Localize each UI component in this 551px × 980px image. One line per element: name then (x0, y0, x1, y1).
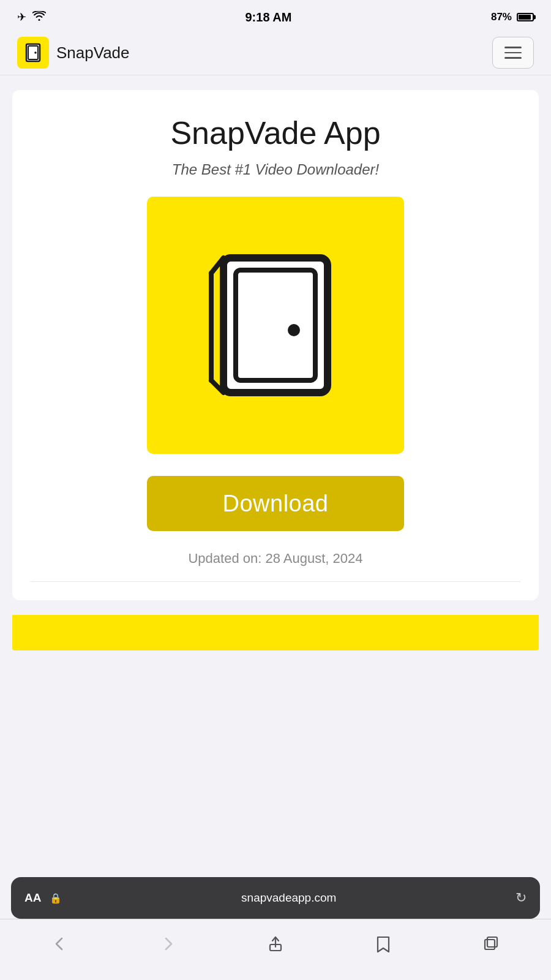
content-divider (31, 581, 520, 582)
share-button[interactable] (257, 929, 294, 959)
url-bar[interactable]: AA 🔒 snapvadeapp.com ↻ (11, 877, 540, 919)
main-content-card: SnapVade App The Best #1 Video Downloade… (12, 90, 539, 600)
status-right: 87% (491, 11, 534, 23)
svg-rect-11 (485, 940, 495, 949)
status-time: 9:18 AM (246, 10, 292, 24)
text-size-button[interactable]: AA (24, 891, 41, 905)
forward-button[interactable] (149, 929, 186, 959)
svg-rect-4 (236, 270, 315, 380)
wifi-icon (32, 11, 46, 24)
logo-container: SnapVade (17, 37, 130, 69)
bottom-nav (0, 919, 551, 980)
app-title: SnapVade App (170, 115, 380, 151)
battery-icon (517, 13, 534, 21)
status-left: ✈ (17, 10, 46, 24)
logo-text: SnapVade (56, 43, 130, 62)
svg-point-2 (34, 51, 37, 54)
app-icon-large (147, 197, 404, 454)
airplane-icon: ✈ (17, 10, 26, 24)
lock-icon: 🔒 (50, 892, 62, 904)
app-subtitle: The Best #1 Video Downloader! (172, 161, 379, 178)
browser-bar: AA 🔒 snapvadeapp.com ↻ (0, 877, 551, 919)
menu-button[interactable] (492, 37, 534, 69)
battery-percent: 87% (491, 11, 512, 23)
back-button[interactable] (42, 929, 78, 959)
updated-text: Updated on: 28 August, 2024 (188, 551, 362, 567)
hamburger-line-3 (504, 57, 522, 59)
hamburger-line-2 (504, 52, 522, 54)
svg-point-8 (288, 324, 300, 336)
nav-bar: SnapVade (0, 31, 551, 75)
logo-icon (17, 37, 49, 69)
tabs-button[interactable] (473, 929, 509, 959)
url-display[interactable]: snapvadeapp.com (70, 891, 507, 905)
svg-rect-12 (487, 937, 497, 947)
reload-button[interactable]: ↻ (515, 890, 527, 906)
download-button[interactable]: Download (147, 476, 404, 531)
yellow-strip (12, 615, 539, 650)
hamburger-line-1 (504, 47, 522, 48)
bookmarks-button[interactable] (365, 929, 402, 959)
status-bar: ✈ 9:18 AM 87% (0, 0, 551, 31)
